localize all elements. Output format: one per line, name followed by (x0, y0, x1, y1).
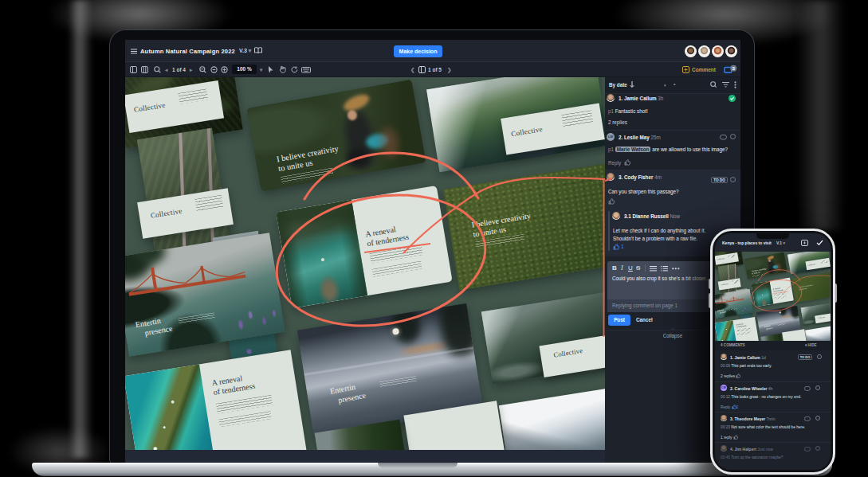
svg-text:3: 3 (732, 65, 736, 71)
